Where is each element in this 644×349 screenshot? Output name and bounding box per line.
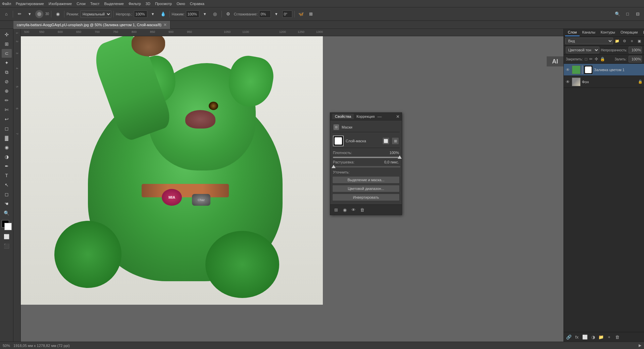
eraser-tool[interactable]: ◻	[2, 124, 12, 133]
lock-pixels-btn[interactable]: ✏	[589, 57, 593, 61]
mask-apply-btn[interactable]: ⬜	[382, 137, 390, 145]
menu-help[interactable]: Справка	[190, 2, 204, 6]
menu-select[interactable]: Выделение	[104, 2, 124, 6]
opacity-input[interactable]: 100%	[134, 10, 147, 18]
symmetry-btn[interactable]: 🦋	[297, 10, 305, 18]
tab-layers[interactable]: Слои	[565, 29, 580, 36]
delete-layer-btn[interactable]: 🗑	[613, 333, 621, 341]
fx-btn[interactable]: fx	[573, 333, 581, 341]
shape-tool[interactable]: ◻	[2, 190, 12, 199]
crop-tool[interactable]: ⧉	[2, 68, 12, 77]
menu-window[interactable]: Окно	[177, 2, 185, 6]
layer-options-btn[interactable]: ⚙	[621, 38, 628, 44]
layer-visibility-fill[interactable]: 👁	[565, 67, 571, 72]
blur-tool[interactable]: ◉	[2, 143, 12, 152]
props-filter-btn[interactable]: ⊞	[332, 206, 340, 213]
hardness-input[interactable]: 100%	[186, 10, 199, 18]
tab-history[interactable]: История	[640, 29, 644, 36]
select-mask-btn[interactable]: Выделение и маска...	[332, 176, 400, 184]
history-brush[interactable]: ↩	[2, 115, 12, 123]
props-visibility-btn[interactable]: 👁	[350, 206, 357, 213]
path-selection[interactable]: ↖	[2, 181, 12, 189]
symmetry2-btn[interactable]: ⊠	[307, 10, 315, 18]
lock-transparent-btn[interactable]: □	[585, 57, 587, 61]
feather-slider[interactable]	[333, 166, 400, 167]
menu-file[interactable]: Файл	[2, 2, 11, 6]
screen-mode-btn[interactable]: ⬛	[2, 242, 12, 250]
layer-item-background[interactable]: 👁 Фон 🔒	[564, 76, 644, 88]
plugin-btn[interactable]: ⊟	[633, 10, 642, 18]
eyedropper-tool[interactable]: ⊘	[2, 77, 12, 86]
home-btn[interactable]: ⌂	[2, 10, 11, 18]
menu-view[interactable]: Просмотр	[155, 2, 172, 6]
add-layer-btn[interactable]: +	[605, 333, 613, 341]
props-minimize-btn[interactable]: —	[377, 114, 382, 119]
layers-filter-select[interactable]: Вид	[565, 38, 613, 44]
lock-position-btn[interactable]: ✣	[595, 57, 598, 61]
menu-filter[interactable]: Фильтр	[129, 2, 141, 6]
tab-channels[interactable]: Каналы	[580, 29, 598, 36]
mode-select[interactable]: Нормальный	[80, 10, 111, 18]
menu-image[interactable]: Изображение	[49, 2, 72, 6]
props-tab-properties[interactable]: Свойства	[332, 114, 354, 119]
brush-options-btn[interactable]: ▾	[25, 10, 34, 18]
angle-input[interactable]: 0°	[282, 10, 292, 18]
menu-text[interactable]: Текст	[90, 2, 100, 6]
add-group-btn[interactable]: 📁	[597, 333, 605, 341]
pressure-btn[interactable]: ◎	[211, 10, 219, 18]
background-color[interactable]	[4, 223, 12, 230]
gradient-tool[interactable]: ▓	[2, 134, 12, 142]
adjust-btn[interactable]: ▣	[636, 38, 643, 44]
workspace-btn[interactable]: □	[623, 10, 632, 18]
layer-item-fill[interactable]: 👁 Заливка цветом 1	[564, 64, 644, 76]
layer-visibility-bg[interactable]: 👁	[565, 79, 571, 85]
mask-pixel-btn[interactable]	[333, 124, 340, 131]
tab-paths[interactable]: Контуры	[598, 29, 618, 36]
props-delete-btn[interactable]: 🗑	[358, 206, 366, 213]
lasso-tool[interactable]: ⊂	[2, 49, 12, 58]
hand-tool[interactable]: ☚	[2, 199, 12, 208]
lock-all-btn[interactable]: 🔒	[600, 57, 605, 61]
color-range-btn[interactable]: Цветовой диапазон...	[332, 185, 400, 192]
props-view-btn[interactable]: ◉	[341, 206, 348, 213]
tab-close-btn[interactable]: ✕	[163, 22, 167, 27]
text-tool[interactable]: T	[2, 171, 12, 180]
fill-input[interactable]: 100%	[629, 56, 642, 62]
canvas-area[interactable]: 500 550 600 650 700 750 800 850 900 950 …	[13, 29, 563, 342]
spot-heal-tool[interactable]: ⊕	[2, 87, 12, 95]
menu-edit[interactable]: Редактирование	[16, 2, 44, 6]
zoom-tool[interactable]: 🔍	[2, 209, 12, 217]
opacity-options-btn[interactable]: ▾	[149, 10, 157, 18]
menu-layers[interactable]: Слои	[77, 2, 86, 6]
new-group-btn[interactable]: 📁	[614, 38, 621, 44]
mask-options-btn[interactable]: ⊞	[392, 137, 399, 145]
add-mask-btn[interactable]: ⬜	[581, 333, 589, 341]
hardness-options-btn[interactable]: ▾	[201, 10, 209, 18]
magic-wand-tool[interactable]: ✦	[2, 58, 12, 67]
document-tab[interactable]: camylla-battani-AoqgGAqrLpU-unsplash.jpg…	[13, 21, 170, 29]
search-btn[interactable]: 🔍	[613, 10, 622, 18]
canvas-container[interactable]: MIA Chaz AI	[21, 36, 563, 342]
dodge-tool[interactable]: ◑	[2, 152, 12, 161]
quick-mask-btn[interactable]: ⬜	[2, 232, 12, 241]
clone-tool[interactable]: ✄	[2, 105, 12, 114]
layer-opacity-input[interactable]: 100%	[629, 47, 642, 53]
density-slider[interactable]	[333, 157, 400, 158]
props-tab-correction[interactable]: Коррекция	[354, 114, 377, 119]
layer-mode-select[interactable]: Цветовой тон	[566, 47, 599, 53]
props-close-btn[interactable]: ✕	[396, 114, 400, 119]
brush-tool-btn[interactable]: ✏	[15, 10, 24, 18]
brush-hardness-btn[interactable]: ◉	[53, 10, 62, 18]
angle-options-btn[interactable]: ▾	[272, 10, 281, 18]
brush-preview[interactable]	[35, 10, 43, 18]
menu-3d[interactable]: 3D	[146, 2, 150, 6]
filter-btn[interactable]: ≡	[629, 38, 635, 44]
invert-btn[interactable]: Инвертировать	[332, 194, 400, 201]
add-adjustment-btn[interactable]: ◑	[589, 333, 597, 341]
airbrush-btn[interactable]: 💧	[159, 10, 167, 18]
brush-tool[interactable]: ✏	[2, 96, 12, 105]
move-tool[interactable]: ✣	[2, 30, 12, 39]
pen-tool[interactable]: ✒	[2, 162, 12, 170]
link-layers-btn[interactable]: 🔗	[565, 333, 573, 341]
settings-btn[interactable]: ⚙	[224, 10, 233, 18]
